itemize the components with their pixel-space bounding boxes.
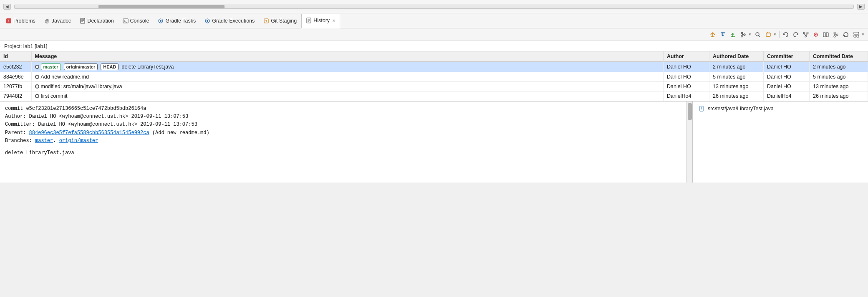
changed-file-path: src/test/java/LibraryTest.java <box>708 106 774 112</box>
toolbar-btn-compare[interactable] <box>821 30 830 39</box>
commit-id-cell: 12077fb <box>0 82 31 91</box>
toolbar-separator-1 <box>779 31 780 38</box>
branch-origin-master-link[interactable]: origin/master <box>59 138 98 144</box>
commit-authored-date-cell: 5 minutes ago <box>709 72 764 82</box>
commit-committed-date-cell: 26 minutes ago <box>810 91 868 101</box>
col-header-authored-date: Authored Date <box>709 51 764 62</box>
commit-hash-line: commit e5cf23281e27136665c51ce7472bbd5bd… <box>5 105 687 113</box>
col-header-committed-date: Committed Date <box>810 51 868 62</box>
tab-problems[interactable]: ! Problems <box>2 13 40 28</box>
scroll-track[interactable] <box>14 5 854 9</box>
commit-message-cell: Add new readme.md <box>31 72 664 82</box>
svg-rect-45 <box>857 35 859 37</box>
commit-authored-date-cell: 13 minutes ago <box>709 82 764 91</box>
problems-icon: ! <box>6 18 12 24</box>
toolbar-stash-arrow: ▼ <box>773 30 777 39</box>
toolbar-btn-cherry-pick[interactable] <box>811 30 820 39</box>
commit-message-cell: masterorigin/masterHEADdelete LibraryTes… <box>31 62 664 72</box>
svg-rect-46 <box>700 106 703 111</box>
table-row[interactable]: 884e96eAdd new readme.mdDaniel HO5 minut… <box>0 72 868 82</box>
file-icon <box>699 105 705 112</box>
commit-message-cell: first commit <box>31 91 664 101</box>
commit-message-text: modified: src/main/java/Library.java <box>41 84 122 89</box>
tab-declaration[interactable]: Declaration <box>76 13 118 28</box>
commit-id-cell: 79448f2 <box>0 91 31 101</box>
col-header-message: Message <box>31 51 664 62</box>
tab-declaration-label: Declaration <box>87 18 114 24</box>
svg-line-33 <box>806 34 807 36</box>
toolbar-btn-interactive-rebase[interactable] <box>801 30 810 39</box>
commit-detail-left: commit e5cf23281e27136665c51ce7472bbd5bd… <box>0 102 693 183</box>
branch-comma: , <box>53 138 59 144</box>
commit-committer-cell: Daniel HO <box>764 82 810 91</box>
parent-hash-link[interactable]: 884e96ec3e5f7efa5589cbb563554a1545e992ca <box>29 130 149 136</box>
toolbar-btn-merge-with-arrow[interactable]: ▼ <box>738 30 752 40</box>
commit-message-cell: modified: src/main/java/Library.java <box>31 82 664 91</box>
toolbar-btn-stash-with-arrow[interactable]: ▼ <box>763 30 777 40</box>
toolbar-btn-reset[interactable] <box>791 30 800 39</box>
svg-point-31 <box>805 36 807 37</box>
toolbar-btn-stash <box>764 30 773 39</box>
branch-master-link[interactable]: master <box>35 138 53 144</box>
table-row[interactable]: e5cf232masterorigin/masterHEADdelete Lib… <box>0 62 868 72</box>
commit-committed-date-cell: 13 minutes ago <box>810 82 868 91</box>
commit-committed-date-cell: 2 minutes ago <box>810 62 868 72</box>
graph-dot <box>35 75 39 79</box>
toolbar-btn-search[interactable] <box>753 30 762 39</box>
toolbar-btn-layout-with-arrow[interactable]: ▼ <box>851 30 865 40</box>
svg-text:!: ! <box>8 19 10 23</box>
svg-point-38 <box>834 32 835 34</box>
tab-javadoc-label: Javadoc <box>52 18 71 24</box>
toolbar-btn-refresh[interactable] <box>841 30 850 39</box>
project-label: Project: lab1 [lab1] <box>0 41 868 51</box>
tab-history-close[interactable]: ✕ <box>332 18 336 23</box>
col-header-author: Author <box>664 51 709 62</box>
commit-id-cell: e5cf232 <box>0 62 31 72</box>
scroll-right-btn[interactable]: ▶ <box>857 4 865 10</box>
toolbar-btn-layout <box>852 30 861 39</box>
commit-committed-date-cell: 5 minutes ago <box>810 72 868 82</box>
branch-badge-HEAD: HEAD <box>101 63 119 70</box>
tab-history[interactable]: History ✕ <box>301 14 340 28</box>
top-scrollbar-area: ◀ ▶ <box>0 0 868 13</box>
svg-point-29 <box>803 32 805 34</box>
tab-gradle-tasks[interactable]: Gradle Tasks <box>154 13 200 28</box>
toolbar: ▼ ▼ ▼ <box>0 28 868 41</box>
toolbar-btn-fetch[interactable] <box>708 30 717 39</box>
svg-rect-43 <box>854 32 859 34</box>
commit-authored-date-cell: 2 minutes ago <box>709 62 764 72</box>
svg-rect-20 <box>731 36 735 37</box>
toolbar-btn-revert[interactable] <box>781 30 790 39</box>
svg-point-40 <box>836 34 838 36</box>
toolbar-btn-push[interactable] <box>728 30 737 39</box>
changed-file-item[interactable]: src/test/java/LibraryTest.java <box>697 104 864 113</box>
commit-committer-cell: Daniel HO <box>764 62 810 72</box>
svg-line-25 <box>759 36 760 37</box>
svg-rect-36 <box>823 33 825 37</box>
commit-delete-line: delete LibraryTest.java <box>5 149 687 157</box>
tab-javadoc[interactable]: @ Javadoc <box>40 13 76 28</box>
tab-console[interactable]: Console <box>119 13 154 28</box>
table-row[interactable]: 12077fbmodified: src/main/java/Library.j… <box>0 82 868 91</box>
col-header-committer: Committer <box>764 51 810 62</box>
svg-point-24 <box>756 33 759 36</box>
svg-point-30 <box>807 32 808 34</box>
tab-gradle-executions-label: Gradle Executions <box>212 18 255 24</box>
col-header-id: Id <box>0 51 31 62</box>
tab-git-staging[interactable]: Git Staging <box>259 13 301 28</box>
svg-point-21 <box>741 32 743 34</box>
table-row[interactable]: 79448f2first commitDanielHo426 minutes a… <box>0 91 868 101</box>
toolbar-merge-arrow: ▼ <box>748 30 752 39</box>
svg-rect-37 <box>826 33 828 37</box>
toolbar-btn-show-all-branches[interactable] <box>831 30 840 39</box>
commit-parent-line: Parent: 884e96ec3e5f7efa5589cbb563554a15… <box>5 129 687 137</box>
gradle-tasks-icon <box>158 18 164 24</box>
commit-message-text: delete LibraryTest.java <box>121 64 174 70</box>
commit-message-text: Add new readme.md <box>41 74 89 80</box>
git-staging-icon <box>263 18 269 24</box>
tab-gradle-executions[interactable]: Gradle Executions <box>200 13 259 28</box>
declaration-icon <box>80 18 86 24</box>
toolbar-btn-pull[interactable] <box>718 30 727 39</box>
scroll-left-btn[interactable]: ◀ <box>3 4 11 10</box>
detail-scrollbar[interactable] <box>686 102 692 183</box>
